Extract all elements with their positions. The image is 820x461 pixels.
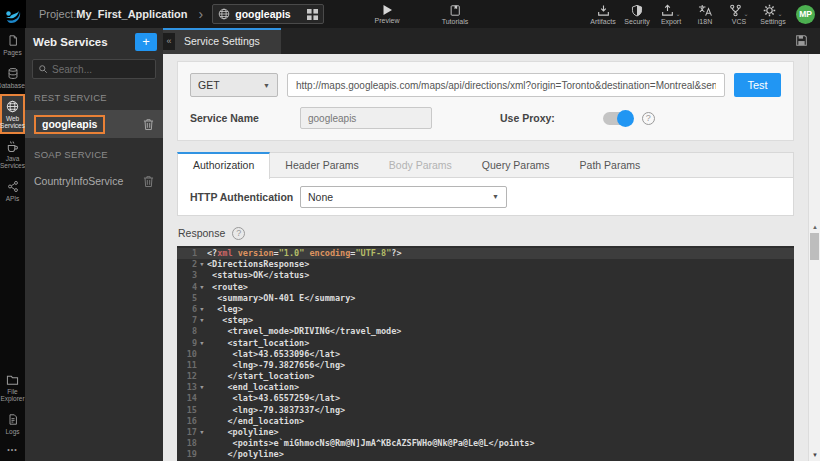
code-line[interactable]: <summary>ON-401 E</summary> xyxy=(207,293,794,304)
sidebar-item-pages[interactable]: Pages xyxy=(0,28,25,61)
fold-toggle-icon[interactable]: ▼ xyxy=(197,315,207,326)
tab-header-params[interactable]: Header Params xyxy=(270,153,374,177)
collapse-panel-button[interactable]: « xyxy=(163,33,175,50)
artifacts-button[interactable]: Artifacts xyxy=(588,4,618,25)
fold-toggle-icon[interactable]: ▼ xyxy=(197,259,207,270)
use-proxy-toggle[interactable] xyxy=(603,112,632,125)
chevron-down-icon: ⌄ xyxy=(777,11,782,17)
scrollbar-thumb[interactable] xyxy=(810,233,819,260)
code-line[interactable]: <DirectionsResponse> xyxy=(207,259,794,270)
rest-service-header: REST SERVICE xyxy=(25,81,163,110)
sidebar-item-java-services[interactable]: Java Services xyxy=(0,134,25,174)
response-editor[interactable]: 12▼34▼56▼7▼89▼10111213▼14151617▼181920▼2… xyxy=(177,246,794,461)
fold-toggle-icon[interactable]: ▼ xyxy=(197,427,207,438)
code-line[interactable]: </polyline> xyxy=(207,449,794,460)
preview-button[interactable]: Preview xyxy=(372,0,402,28)
sidebar-item-label: Databases xyxy=(0,82,28,89)
http-auth-value: None xyxy=(308,191,333,203)
response-header: Response ? xyxy=(177,225,794,241)
sidebar-item-label: Logs xyxy=(5,428,19,435)
vcs-button[interactable]: ⌄ VCS xyxy=(724,4,754,25)
book-icon xyxy=(449,4,461,17)
code-line[interactable]: </end_location> xyxy=(207,416,794,427)
search-input[interactable] xyxy=(52,64,150,75)
sidebar-item-databases[interactable]: Databases xyxy=(0,61,25,94)
security-button[interactable]: Security xyxy=(622,4,652,25)
service-selector[interactable]: googleapis xyxy=(212,4,324,24)
code-line[interactable]: <lng>-79.3837337</lng> xyxy=(207,405,794,416)
sidebar-item-apis[interactable]: APIs xyxy=(0,174,25,207)
settings-button[interactable]: ⌄ Settings xyxy=(758,4,788,25)
service-item-label: CountryInfoService xyxy=(34,175,123,187)
url-input[interactable] xyxy=(287,73,725,97)
code-line[interactable]: <lat>43.6557259</lat> xyxy=(207,393,794,404)
code-line[interactable]: <leg> xyxy=(207,304,794,315)
code-line[interactable]: <travel_mode>DRIVING</travel_mode> xyxy=(207,326,794,337)
http-auth-select[interactable]: None ▼ xyxy=(300,186,507,208)
save-floppy-icon xyxy=(795,34,808,47)
tab-authorization[interactable]: Authorization xyxy=(177,152,270,179)
response-help-icon[interactable]: ? xyxy=(232,227,245,240)
code-line[interactable]: <start_location> xyxy=(207,338,794,349)
method-select[interactable]: GET ▼ xyxy=(190,73,278,97)
code-line[interactable]: </start_location> xyxy=(207,371,794,382)
method-value: GET xyxy=(198,79,220,91)
code-line[interactable]: <points>e`miGhmocNs@Rm@N]JmA^KBcAZSFWHo@… xyxy=(207,438,794,449)
fold-toggle-icon[interactable]: ▼ xyxy=(197,304,207,315)
api-connector-icon xyxy=(7,180,19,193)
service-item-countryinfoservice[interactable]: CountryInfoService xyxy=(25,167,163,195)
app-logo[interactable] xyxy=(0,0,26,28)
code-line[interactable]: <lat>43.6533096</lat> xyxy=(207,349,794,360)
user-avatar[interactable]: MP xyxy=(796,5,815,24)
vcs-label: VCS xyxy=(732,18,746,25)
tutorials-label: Tutorials xyxy=(442,18,469,25)
tab-query-params[interactable]: Query Params xyxy=(467,153,565,177)
service-item-googleapis[interactable]: googleapis xyxy=(25,110,163,138)
sidebar-item-file-explorer[interactable]: File Explorer xyxy=(0,368,25,407)
save-button[interactable] xyxy=(795,34,808,47)
export-label: Export xyxy=(661,18,681,25)
sidebar-more-button[interactable]: ••• xyxy=(0,440,25,455)
export-button[interactable]: ⌄ Export xyxy=(656,4,686,25)
shield-icon xyxy=(631,4,643,17)
top-bar: Project:My_First_Application › googleapi… xyxy=(0,0,820,28)
code-line[interactable]: <polyline> xyxy=(207,427,794,438)
fold-toggle-icon[interactable]: ▼ xyxy=(197,382,207,393)
preview-label: Preview xyxy=(375,17,400,24)
code-lines[interactable]: <?xml version="1.0" encoding="UTF-8"?><D… xyxy=(207,246,794,461)
code-line[interactable]: <status>OK</status> xyxy=(207,270,794,281)
sidebar-item-web-services[interactable]: Web Services xyxy=(0,94,25,134)
search-box[interactable] xyxy=(32,59,156,79)
scroll-down-icon[interactable]: ▼ xyxy=(809,452,820,458)
delete-service-icon[interactable] xyxy=(143,175,154,188)
database-icon xyxy=(7,67,19,80)
test-button[interactable]: Test xyxy=(734,73,781,97)
folder-icon xyxy=(6,374,19,386)
fold-toggle-icon[interactable]: ▼ xyxy=(197,338,207,349)
search-icon xyxy=(38,64,48,74)
sidebar-item-logs[interactable]: Logs xyxy=(0,407,25,440)
code-line[interactable]: <end_location> xyxy=(207,382,794,393)
fold-toggle-icon[interactable]: ▼ xyxy=(197,282,207,293)
scroll-up-icon[interactable]: ▲ xyxy=(809,224,820,230)
code-line[interactable]: <step> xyxy=(207,315,794,326)
tab-body-params[interactable]: Body Params xyxy=(374,153,467,177)
security-label: Security xyxy=(624,18,649,25)
code-line[interactable]: <?xml version="1.0" encoding="UTF-8"?> xyxy=(207,248,794,259)
project-breadcrumb[interactable]: Project:My_First_Application xyxy=(39,8,188,20)
code-line[interactable]: <route> xyxy=(207,282,794,293)
proxy-help-icon[interactable]: ? xyxy=(642,112,655,125)
add-service-button[interactable]: + xyxy=(135,33,157,51)
delete-service-icon[interactable] xyxy=(143,118,154,131)
service-name-input[interactable] xyxy=(300,107,432,129)
code-line[interactable]: <lng>-79.3827656</lng> xyxy=(207,360,794,371)
i18n-button[interactable]: i18N xyxy=(690,4,720,25)
tab-service-settings[interactable]: Service Settings xyxy=(163,28,281,54)
tutorials-button[interactable]: Tutorials xyxy=(440,0,470,28)
main-scrollbar[interactable]: ▲ ▼ xyxy=(808,54,820,461)
grid-icon[interactable] xyxy=(307,9,318,20)
chevron-down-icon: ⌄ xyxy=(743,11,748,17)
tab-path-params[interactable]: Path Params xyxy=(565,153,656,177)
sidebar-item-label: Java Services xyxy=(0,155,25,169)
sidebar-item-label: Pages xyxy=(3,49,21,56)
